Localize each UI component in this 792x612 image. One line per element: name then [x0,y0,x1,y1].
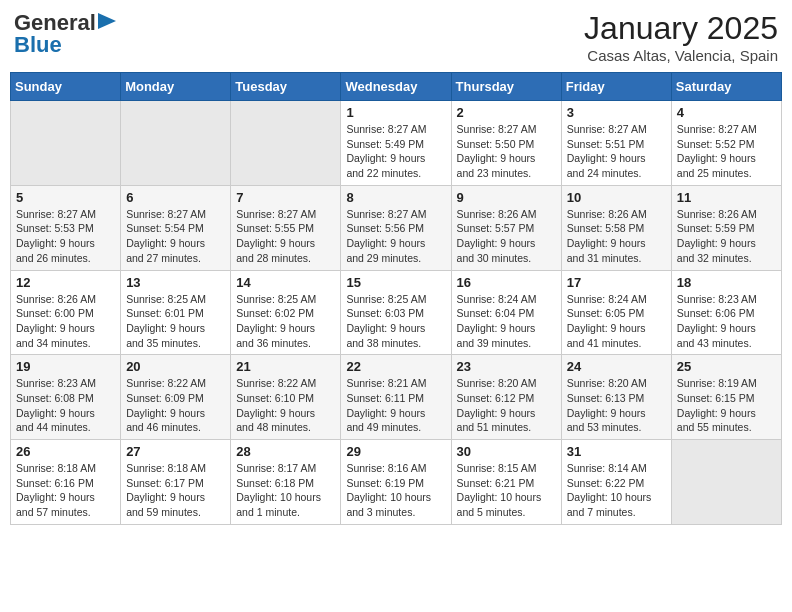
day-number: 12 [16,275,115,290]
table-row: 24Sunrise: 8:20 AM Sunset: 6:13 PM Dayli… [561,355,671,440]
day-number: 28 [236,444,335,459]
day-number: 19 [16,359,115,374]
day-number: 25 [677,359,776,374]
header-tuesday: Tuesday [231,73,341,101]
day-info: Sunrise: 8:25 AM Sunset: 6:02 PM Dayligh… [236,292,335,351]
table-row: 11Sunrise: 8:26 AM Sunset: 5:59 PM Dayli… [671,185,781,270]
title-block: January 2025 Casas Altas, Valencia, Spai… [584,10,778,64]
table-row: 17Sunrise: 8:24 AM Sunset: 6:05 PM Dayli… [561,270,671,355]
table-row: 6Sunrise: 8:27 AM Sunset: 5:54 PM Daylig… [121,185,231,270]
day-info: Sunrise: 8:27 AM Sunset: 5:49 PM Dayligh… [346,122,445,181]
day-info: Sunrise: 8:25 AM Sunset: 6:01 PM Dayligh… [126,292,225,351]
day-number: 10 [567,190,666,205]
day-number: 9 [457,190,556,205]
table-row: 14Sunrise: 8:25 AM Sunset: 6:02 PM Dayli… [231,270,341,355]
svg-marker-0 [98,13,116,29]
table-row [231,101,341,186]
table-row: 7Sunrise: 8:27 AM Sunset: 5:55 PM Daylig… [231,185,341,270]
day-info: Sunrise: 8:27 AM Sunset: 5:56 PM Dayligh… [346,207,445,266]
table-row: 16Sunrise: 8:24 AM Sunset: 6:04 PM Dayli… [451,270,561,355]
day-info: Sunrise: 8:16 AM Sunset: 6:19 PM Dayligh… [346,461,445,520]
header-monday: Monday [121,73,231,101]
day-info: Sunrise: 8:20 AM Sunset: 6:12 PM Dayligh… [457,376,556,435]
day-info: Sunrise: 8:23 AM Sunset: 6:06 PM Dayligh… [677,292,776,351]
day-number: 29 [346,444,445,459]
day-number: 30 [457,444,556,459]
table-row: 23Sunrise: 8:20 AM Sunset: 6:12 PM Dayli… [451,355,561,440]
table-row: 18Sunrise: 8:23 AM Sunset: 6:06 PM Dayli… [671,270,781,355]
calendar-week-row: 19Sunrise: 8:23 AM Sunset: 6:08 PM Dayli… [11,355,782,440]
day-number: 21 [236,359,335,374]
table-row: 8Sunrise: 8:27 AM Sunset: 5:56 PM Daylig… [341,185,451,270]
day-number: 8 [346,190,445,205]
calendar-week-row: 26Sunrise: 8:18 AM Sunset: 6:16 PM Dayli… [11,440,782,525]
calendar-table: Sunday Monday Tuesday Wednesday Thursday… [10,72,782,525]
calendar-week-row: 12Sunrise: 8:26 AM Sunset: 6:00 PM Dayli… [11,270,782,355]
day-number: 1 [346,105,445,120]
table-row: 26Sunrise: 8:18 AM Sunset: 6:16 PM Dayli… [11,440,121,525]
table-row: 15Sunrise: 8:25 AM Sunset: 6:03 PM Dayli… [341,270,451,355]
day-number: 7 [236,190,335,205]
table-row [671,440,781,525]
day-number: 4 [677,105,776,120]
day-number: 18 [677,275,776,290]
table-row: 3Sunrise: 8:27 AM Sunset: 5:51 PM Daylig… [561,101,671,186]
table-row [121,101,231,186]
month-title: January 2025 [584,10,778,47]
logo-blue-text: Blue [14,32,62,58]
day-number: 20 [126,359,225,374]
day-number: 3 [567,105,666,120]
day-info: Sunrise: 8:17 AM Sunset: 6:18 PM Dayligh… [236,461,335,520]
table-row: 21Sunrise: 8:22 AM Sunset: 6:10 PM Dayli… [231,355,341,440]
day-info: Sunrise: 8:22 AM Sunset: 6:09 PM Dayligh… [126,376,225,435]
table-row: 4Sunrise: 8:27 AM Sunset: 5:52 PM Daylig… [671,101,781,186]
weekday-header-row: Sunday Monday Tuesday Wednesday Thursday… [11,73,782,101]
day-info: Sunrise: 8:21 AM Sunset: 6:11 PM Dayligh… [346,376,445,435]
day-number: 27 [126,444,225,459]
table-row: 9Sunrise: 8:26 AM Sunset: 5:57 PM Daylig… [451,185,561,270]
day-info: Sunrise: 8:27 AM Sunset: 5:50 PM Dayligh… [457,122,556,181]
day-info: Sunrise: 8:25 AM Sunset: 6:03 PM Dayligh… [346,292,445,351]
header-sunday: Sunday [11,73,121,101]
day-info: Sunrise: 8:26 AM Sunset: 5:58 PM Dayligh… [567,207,666,266]
day-number: 14 [236,275,335,290]
table-row: 27Sunrise: 8:18 AM Sunset: 6:17 PM Dayli… [121,440,231,525]
day-info: Sunrise: 8:26 AM Sunset: 5:59 PM Dayligh… [677,207,776,266]
table-row: 13Sunrise: 8:25 AM Sunset: 6:01 PM Dayli… [121,270,231,355]
table-row [11,101,121,186]
table-row: 29Sunrise: 8:16 AM Sunset: 6:19 PM Dayli… [341,440,451,525]
day-info: Sunrise: 8:27 AM Sunset: 5:51 PM Dayligh… [567,122,666,181]
day-number: 15 [346,275,445,290]
day-info: Sunrise: 8:14 AM Sunset: 6:22 PM Dayligh… [567,461,666,520]
calendar-week-row: 5Sunrise: 8:27 AM Sunset: 5:53 PM Daylig… [11,185,782,270]
day-info: Sunrise: 8:23 AM Sunset: 6:08 PM Dayligh… [16,376,115,435]
day-number: 16 [457,275,556,290]
day-info: Sunrise: 8:26 AM Sunset: 5:57 PM Dayligh… [457,207,556,266]
table-row: 30Sunrise: 8:15 AM Sunset: 6:21 PM Dayli… [451,440,561,525]
day-info: Sunrise: 8:27 AM Sunset: 5:53 PM Dayligh… [16,207,115,266]
page-header: General Blue January 2025 Casas Altas, V… [10,10,782,64]
day-number: 2 [457,105,556,120]
header-wednesday: Wednesday [341,73,451,101]
table-row: 20Sunrise: 8:22 AM Sunset: 6:09 PM Dayli… [121,355,231,440]
day-info: Sunrise: 8:27 AM Sunset: 5:52 PM Dayligh… [677,122,776,181]
day-info: Sunrise: 8:15 AM Sunset: 6:21 PM Dayligh… [457,461,556,520]
calendar-week-row: 1Sunrise: 8:27 AM Sunset: 5:49 PM Daylig… [11,101,782,186]
logo-arrow-icon [98,13,116,29]
day-number: 24 [567,359,666,374]
table-row: 2Sunrise: 8:27 AM Sunset: 5:50 PM Daylig… [451,101,561,186]
table-row: 25Sunrise: 8:19 AM Sunset: 6:15 PM Dayli… [671,355,781,440]
table-row: 1Sunrise: 8:27 AM Sunset: 5:49 PM Daylig… [341,101,451,186]
header-saturday: Saturday [671,73,781,101]
table-row: 10Sunrise: 8:26 AM Sunset: 5:58 PM Dayli… [561,185,671,270]
day-info: Sunrise: 8:27 AM Sunset: 5:54 PM Dayligh… [126,207,225,266]
location-subtitle: Casas Altas, Valencia, Spain [584,47,778,64]
header-thursday: Thursday [451,73,561,101]
header-friday: Friday [561,73,671,101]
day-number: 5 [16,190,115,205]
table-row: 12Sunrise: 8:26 AM Sunset: 6:00 PM Dayli… [11,270,121,355]
day-number: 31 [567,444,666,459]
day-number: 17 [567,275,666,290]
day-info: Sunrise: 8:27 AM Sunset: 5:55 PM Dayligh… [236,207,335,266]
day-number: 6 [126,190,225,205]
